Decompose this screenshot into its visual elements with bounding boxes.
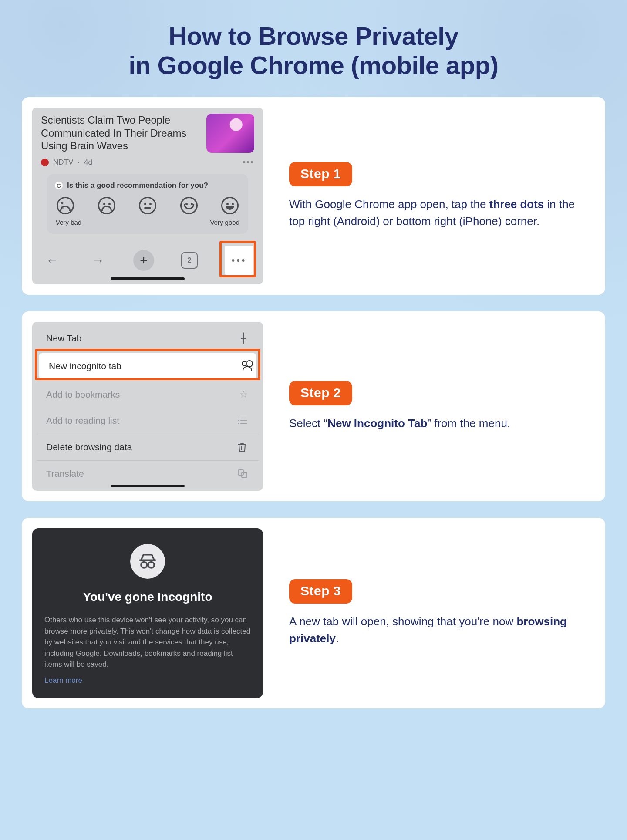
home-indicator	[111, 485, 185, 487]
back-button[interactable]: ←	[42, 250, 63, 271]
feedback-label-good: Very good	[210, 219, 239, 226]
svg-point-11	[141, 562, 147, 568]
incognito-screen: You've gone Incognito Others who use thi…	[32, 528, 263, 698]
incognito-hero-icon	[130, 544, 165, 579]
chrome-menu-screenshot: New Tab New incognito tab Add to bookmar…	[32, 322, 263, 491]
title-line-1: How to Browse Privately	[169, 22, 458, 50]
trash-icon	[238, 442, 249, 452]
star-icon: ☆	[238, 389, 249, 400]
step-3-description: A new tab will open, showing that you're…	[289, 613, 582, 647]
list-icon	[238, 417, 249, 425]
page-title: How to Browse Privately in Google Chrome…	[74, 22, 553, 80]
step-1-card: Scientists Claim Two People Communicated…	[22, 97, 605, 295]
step-2-screenshot: New Tab New incognito tab Add to bookmar…	[32, 322, 263, 491]
feedback-question: Is this a good recommendation for you?	[67, 181, 208, 190]
menu-bookmarks-label: Add to bookmarks	[46, 389, 120, 400]
step-1-screenshot: Scientists Claim Two People Communicated…	[32, 108, 263, 284]
incognito-heading: You've gone Incognito	[44, 590, 251, 604]
home-indicator	[111, 277, 185, 280]
title-line-2: in Google Chrome (mobile app)	[128, 51, 498, 79]
step-3-badge: Step 3	[289, 579, 352, 604]
step-2-description: Select “New Incognito Tab” from the menu…	[289, 415, 582, 432]
step-2-badge: Step 2	[289, 381, 352, 405]
translate-icon	[238, 469, 249, 478]
face-good-icon[interactable]	[180, 197, 198, 214]
menu-delete-data[interactable]: Delete browsing data	[37, 434, 259, 460]
chrome-feed-screenshot: Scientists Claim Two People Communicated…	[32, 108, 263, 284]
face-neutral-icon[interactable]	[139, 197, 156, 214]
article-headline: Scientists Claim Two People Communicated…	[41, 114, 200, 152]
source-avatar-icon	[41, 159, 49, 166]
face-very-bad-icon[interactable]	[57, 197, 74, 214]
article-meta: NDTV · 4d •••	[41, 157, 254, 167]
face-very-good-icon[interactable]	[221, 197, 239, 214]
article-thumbnail	[206, 114, 254, 153]
article-age: 4d	[84, 158, 92, 167]
menu-translate-label: Translate	[46, 469, 84, 479]
menu-delete-label: Delete browsing data	[46, 442, 132, 452]
face-bad-icon[interactable]	[98, 197, 115, 214]
svg-point-12	[148, 562, 154, 568]
tabs-button[interactable]: 2	[179, 250, 200, 271]
feedback-label-bad: Very bad	[56, 219, 81, 226]
menu-new-tab[interactable]: New Tab	[37, 325, 259, 351]
step-3-card: You've gone Incognito Others who use thi…	[22, 518, 605, 708]
menu-new-tab-label: New Tab	[46, 333, 81, 344]
google-g-icon: G	[55, 182, 63, 189]
article-more-icon[interactable]: •••	[243, 157, 254, 167]
feedback-box: G Is this a good recommendation for you?…	[47, 174, 248, 234]
article-source: NDTV	[53, 158, 73, 167]
highlight-overlay	[219, 241, 256, 277]
new-tab-button[interactable]: +	[133, 250, 154, 271]
menu-bookmarks[interactable]: Add to bookmarks ☆	[37, 381, 259, 408]
forward-button[interactable]: →	[88, 250, 108, 271]
menu-reading-list[interactable]: Add to reading list	[37, 408, 259, 434]
tabs-count-icon: 2	[181, 252, 198, 269]
menu-reading-label: Add to reading list	[46, 415, 119, 426]
step-3-screenshot: You've gone Incognito Others who use thi…	[32, 528, 263, 698]
menu-translate[interactable]: Translate	[37, 460, 259, 487]
plus-circle-icon	[238, 333, 249, 344]
infographic-page: How to Browse Privately in Google Chrome…	[0, 0, 627, 840]
highlight-overlay	[35, 349, 260, 380]
step-1-badge: Step 1	[289, 162, 352, 186]
learn-more-link[interactable]: Learn more	[44, 676, 82, 685]
step-2-card: New Tab New incognito tab Add to bookmar…	[22, 311, 605, 501]
incognito-body: Others who use this device won't see you…	[44, 614, 251, 670]
step-1-description: With Google Chrome app open, tap the thr…	[289, 196, 582, 230]
